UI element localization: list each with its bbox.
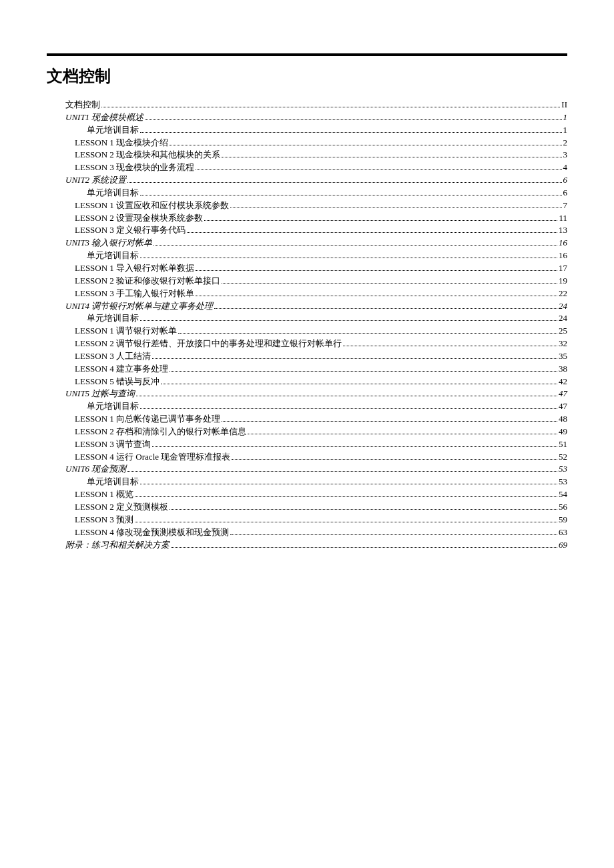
toc-entry[interactable]: LESSON 2 存档和清除引入的银行对帐单信息49 (47, 426, 567, 438)
toc-entry[interactable]: LESSON 1 设置应收和应付模块系统参数7 (47, 199, 567, 212)
toc-entry[interactable]: LESSON 1 调节银行对帐单25 (47, 325, 567, 338)
toc-entry[interactable]: LESSON 1 导入银行对帐单数据17 (47, 262, 567, 275)
toc-entry[interactable]: LESSON 3 人工结清35 (47, 350, 567, 363)
toc-entry[interactable]: 单元培训目标53 (47, 476, 567, 488)
toc-entry-page: 53 (559, 463, 567, 476)
toc-dot-leader (152, 446, 557, 447)
toc-entry-page: 6 (563, 187, 568, 199)
top-divider (47, 53, 567, 56)
toc-entry[interactable]: LESSON 1 向总帐传递已调节事务处理48 (47, 413, 567, 426)
toc-entry[interactable]: UNIT2 系统设置6 (47, 174, 567, 187)
toc-dot-leader (214, 308, 557, 309)
toc-entry[interactable]: UNIT6 现金预测53 (47, 463, 567, 476)
toc-entry-label: LESSON 4 运行 Oracle 现金管理标准报表 (75, 451, 230, 464)
toc-entry-label: LESSON 4 建立事务处理 (75, 363, 168, 376)
toc-dot-leader (135, 496, 557, 497)
toc-dot-leader (187, 232, 557, 233)
toc-dot-leader (196, 169, 561, 170)
toc-dot-leader (230, 534, 557, 535)
toc-entry-page: 4 (563, 161, 568, 174)
toc-entry-page: 1 (563, 111, 568, 124)
toc-entry-page: 11 (559, 212, 567, 225)
toc-dot-leader (248, 434, 557, 434)
toc-entry[interactable]: LESSON 3 手工输入银行对帐单22 (47, 288, 567, 300)
toc-entry-page: 17 (559, 262, 567, 275)
toc-entry[interactable]: LESSON 2 定义预测模板56 (47, 501, 567, 514)
toc-entry[interactable]: 单元培训目标24 (47, 312, 567, 325)
toc-entry-label: LESSON 1 概览 (75, 488, 133, 501)
toc-entry[interactable]: 单元培训目标16 (47, 250, 567, 262)
toc-entry[interactable]: LESSON 4 运行 Oracle 现金管理标准报表52 (47, 451, 567, 464)
toc-entry[interactable]: LESSON 4 修改现金预测模板和现金预测63 (47, 526, 567, 539)
toc-entry-page: 59 (559, 514, 567, 526)
toc-entry-page: 54 (559, 488, 567, 501)
toc-dot-leader (222, 421, 557, 422)
toc-dot-leader (222, 157, 561, 157)
toc-dot-leader (170, 145, 561, 145)
toc-entry[interactable]: UNIT1 现金模块概述1 (47, 111, 567, 124)
toc-entry-label: 单元培训目标 (87, 312, 139, 325)
toc-entry-label: LESSON 5 错误与反冲 (75, 376, 160, 388)
toc-entry-page: 52 (559, 451, 567, 464)
toc-entry[interactable]: 单元培训目标6 (47, 187, 567, 199)
toc-entry[interactable]: LESSON 3 预测59 (47, 514, 567, 526)
toc-entry-label: LESSON 1 导入银行对帐单数据 (75, 262, 194, 275)
toc-dot-leader (343, 346, 557, 346)
toc-dot-leader (178, 333, 557, 334)
toc-entry-label: LESSON 2 现金模块和其他模块的关系 (75, 149, 220, 161)
toc-entry-label: UNIT1 现金模块概述 (65, 111, 143, 124)
toc-entry-label: UNIT6 现金预测 (65, 463, 126, 476)
toc-entry-label: UNIT3 输入银行对帐单 (65, 237, 152, 250)
toc-entry[interactable]: UNIT5 过帐与查询47 (47, 388, 567, 400)
toc-entry[interactable]: LESSON 3 定义银行事务代码13 (47, 224, 567, 237)
page-title: 文档控制 (47, 65, 567, 87)
toc-dot-leader (127, 471, 557, 472)
toc-dot-leader (222, 283, 557, 284)
toc-dot-leader (161, 384, 557, 384)
toc-entry-page: 1 (563, 124, 568, 137)
toc-entry-label: LESSON 1 现金模块介绍 (75, 137, 168, 149)
toc-dot-leader (140, 408, 557, 409)
toc-dot-leader (140, 484, 557, 484)
toc-entry-page: 6 (563, 174, 568, 187)
toc-entry-label: LESSON 2 存档和清除引入的银行对帐单信息 (75, 426, 246, 438)
toc-dot-leader (171, 547, 557, 548)
toc-dot-leader (140, 320, 557, 321)
toc-entry[interactable]: LESSON 3 调节查询51 (47, 438, 567, 451)
toc-entry-label: UNIT2 系统设置 (65, 174, 126, 187)
toc-entry[interactable]: 单元培训目标1 (47, 124, 567, 137)
toc-entry[interactable]: UNIT4 调节银行对帐单与建立事务处理24 (47, 300, 567, 313)
toc-entry-page: 22 (559, 288, 567, 300)
toc-entry[interactable]: LESSON 5 错误与反冲42 (47, 376, 567, 388)
toc-entry[interactable]: LESSON 2 调节银行差错、开放接口中的事务处理和建立银行对帐单行32 (47, 338, 567, 350)
toc-dot-leader (170, 509, 557, 510)
toc-entry[interactable]: LESSON 1 概览54 (47, 488, 567, 501)
toc-entry-label: 文档控制 (65, 99, 100, 111)
toc-entry-page: 49 (559, 426, 567, 438)
toc-entry[interactable]: 单元培训目标47 (47, 400, 567, 413)
toc-entry-page: 25 (559, 325, 567, 338)
toc-entry[interactable]: LESSON 4 建立事务处理38 (47, 363, 567, 376)
toc-dot-leader (140, 132, 562, 133)
toc-entry-page: 24 (559, 312, 567, 325)
toc-dot-leader (204, 220, 557, 221)
toc-dot-leader (230, 207, 561, 208)
toc-dot-leader (154, 245, 557, 246)
toc-entry-page: 47 (559, 388, 567, 400)
toc-entry[interactable]: LESSON 1 现金模块介绍2 (47, 137, 567, 149)
toc-entry-label: LESSON 3 调节查询 (75, 438, 151, 451)
toc-entry[interactable]: LESSON 2 验证和修改银行对帐单接口19 (47, 275, 567, 288)
toc-entry-page: 16 (559, 250, 567, 262)
toc-entry-page: 63 (559, 526, 567, 539)
toc-entry-page: 7 (563, 199, 568, 212)
toc-entry-page: 51 (559, 438, 567, 451)
toc-entry[interactable]: UNIT3 输入银行对帐单16 (47, 237, 567, 250)
toc-dot-leader (196, 296, 557, 296)
toc-entry-label: LESSON 3 现金模块的业务流程 (75, 161, 194, 174)
toc-entry[interactable]: LESSON 2 现金模块和其他模块的关系3 (47, 149, 567, 161)
toc-entry[interactable]: LESSON 3 现金模块的业务流程4 (47, 161, 567, 174)
toc-entry[interactable]: 文档控制II (47, 99, 567, 111)
toc-entry[interactable]: LESSON 2 设置现金模块系统参数11 (47, 212, 567, 225)
toc-entry-label: 单元培训目标 (87, 187, 139, 199)
toc-entry[interactable]: 附录：练习和相关解决方案69 (47, 539, 567, 552)
